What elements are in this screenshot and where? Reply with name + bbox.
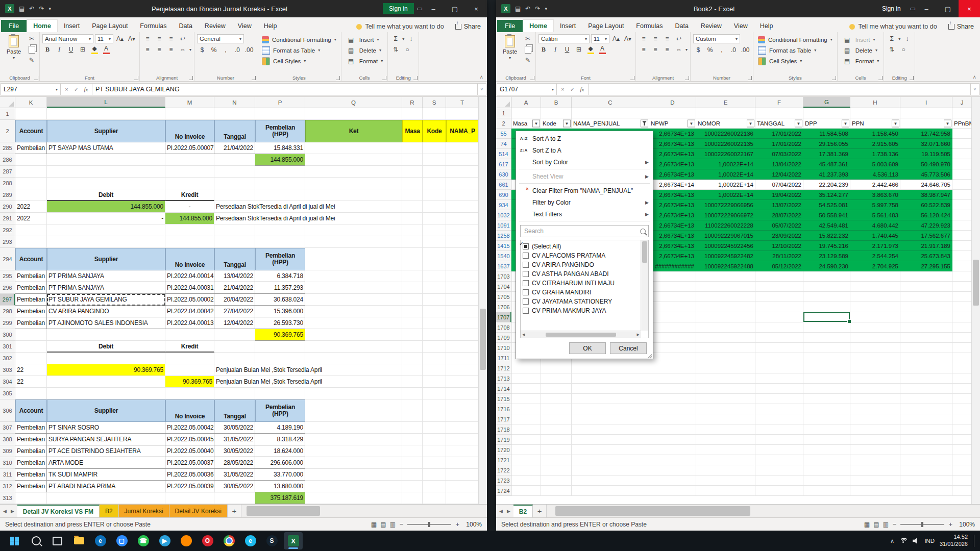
underline-button[interactable]: U <box>66 45 76 54</box>
cell-L1[interactable] <box>47 108 165 120</box>
file-explorer-taskbar-icon[interactable] <box>69 532 88 549</box>
cell-E1708[interactable] <box>696 322 755 333</box>
cell-J934[interactable] <box>952 200 972 210</box>
cell-M313[interactable] <box>165 492 214 504</box>
cell-A1718[interactable] <box>511 424 541 435</box>
cell-M286[interactable] <box>165 154 214 166</box>
ribbon-tab-data[interactable]: Data <box>669 20 694 32</box>
ribbon-tab-formulas[interactable]: Formulas <box>630 20 669 32</box>
cell-R311[interactable] <box>402 469 423 481</box>
cell-G1724[interactable] <box>803 486 850 496</box>
cell-F1706[interactable] <box>755 302 803 312</box>
cell-I1032[interactable]: 56.120.424 <box>900 210 952 220</box>
cell-G74[interactable]: 29.156.055 <box>803 139 850 149</box>
cell-D934[interactable]: 2,66734E+13 <box>649 200 696 210</box>
cell-L308[interactable]: SURYA PANGAN SEJAHTERA <box>47 434 165 445</box>
cell-G630[interactable]: 41.237.393 <box>803 169 850 180</box>
cell-I1708[interactable] <box>900 322 952 333</box>
cell-N308[interactable]: 31/05/2022 <box>214 434 255 445</box>
cell-R300[interactable] <box>402 329 423 341</box>
ok-button[interactable]: OK <box>569 342 606 354</box>
cell-H1710[interactable] <box>850 343 900 353</box>
redo-icon[interactable]: ↷ <box>39 5 44 12</box>
new-sheet-button[interactable]: + <box>228 505 241 517</box>
cell-Q286[interactable] <box>305 154 402 166</box>
cell-F1258[interactable]: 23/09/2022 <box>755 231 803 241</box>
cancel-entry-icon[interactable]: × <box>62 86 71 92</box>
row-header-1415[interactable]: 1415 <box>496 241 511 251</box>
cell-M300[interactable] <box>165 329 214 341</box>
cell-T300[interactable] <box>446 329 479 341</box>
cell-K297[interactable]: Pembelian <box>15 294 47 306</box>
cell-H1716[interactable] <box>850 404 900 414</box>
filter-dropdown-button-E[interactable]: ▼ <box>747 119 754 127</box>
vertical-scrollbar-thumb[interactable] <box>973 260 979 306</box>
autosum-dropdown-icon[interactable]: ▾ <box>402 37 404 41</box>
cell-Q303[interactable]: Penjualan Bulan Mei ,Stok Tersedia April <box>214 364 402 376</box>
enter-entry-icon[interactable]: ✓ <box>71 86 81 93</box>
cell-F1709[interactable] <box>755 333 803 343</box>
cell-S288[interactable] <box>423 178 446 189</box>
cell-T295[interactable] <box>446 270 479 282</box>
cell-L2[interactable]: Supplier <box>47 120 165 142</box>
cell-G1723[interactable] <box>803 475 850 486</box>
cell-G1704[interactable] <box>803 282 850 292</box>
undo-icon[interactable]: ↶ <box>29 5 34 12</box>
filter-list-item[interactable]: CV CITRAHARUM INTI MAJU <box>523 279 641 288</box>
cell-J1719[interactable] <box>952 435 972 445</box>
autosum-button[interactable]: Σ <box>390 34 401 43</box>
cell-T291[interactable] <box>446 213 479 224</box>
fill-button[interactable]: ↓ <box>406 34 416 43</box>
cell-N300[interactable] <box>214 329 255 341</box>
row-header-1708[interactable]: 1708 <box>496 322 511 333</box>
cell-J661[interactable] <box>952 180 972 190</box>
qat-dropdown-icon[interactable]: ▾ <box>545 6 547 11</box>
row-header-313[interactable]: 313 <box>0 492 15 504</box>
fill-color-button[interactable]: ◆ <box>585 45 596 54</box>
column-header-M[interactable]: M <box>165 97 214 108</box>
cell-Q310[interactable] <box>305 457 402 469</box>
cell-T293[interactable] <box>446 236 479 248</box>
cell-G934[interactable]: 54.525.081 <box>803 200 850 210</box>
cell-H1711[interactable] <box>850 353 900 363</box>
cell-M293[interactable] <box>165 236 214 248</box>
styles-dialog-launcher-icon[interactable] <box>832 76 836 80</box>
cell-H661[interactable]: 2.442.466 <box>850 180 900 190</box>
insert-function-icon[interactable]: fx <box>577 86 587 92</box>
borders-button[interactable]: ⊞ <box>574 45 584 54</box>
collapse-ribbon-button[interactable]: ˄ <box>480 74 483 80</box>
cell-E1091[interactable]: 110022260022228 <box>696 220 755 231</box>
cell-J514[interactable] <box>952 149 972 159</box>
cell-Q305[interactable] <box>305 388 402 399</box>
cell-H1708[interactable] <box>850 322 900 333</box>
row-header-55[interactable]: 55 <box>496 129 511 139</box>
cell-I617[interactable]: 50.490.970 <box>900 159 952 169</box>
column-header-L[interactable]: L <box>47 97 165 108</box>
merge-center-button[interactable]: ⇔ <box>178 45 188 54</box>
cell-B1720[interactable] <box>541 445 572 455</box>
row-header-290[interactable]: 290 <box>0 201 15 213</box>
filter-list-item[interactable]: CV ASTHA PANGAN ABADI <box>523 269 641 279</box>
cell-N287[interactable] <box>214 166 255 178</box>
cell-M287[interactable] <box>165 166 214 178</box>
row-header-934[interactable]: 934 <box>496 200 511 210</box>
row-header-690[interactable]: 690 <box>496 190 511 200</box>
cell-A1723[interactable] <box>511 475 541 486</box>
cell-J1723[interactable] <box>952 475 972 486</box>
number-format-select[interactable]: General▾ <box>197 34 244 43</box>
vertical-scrollbar[interactable] <box>478 97 487 504</box>
cell-P285[interactable]: 15.848.331 <box>255 142 305 154</box>
row-header-1720[interactable]: 1720 <box>496 445 511 455</box>
filter-search-input[interactable] <box>523 227 640 235</box>
cell-G1713[interactable] <box>803 373 850 384</box>
cell-M294[interactable]: No Invoice <box>165 248 214 270</box>
cell-I1[interactable] <box>900 108 952 118</box>
cell-H1721[interactable] <box>850 455 900 465</box>
copy-button[interactable] <box>523 45 533 54</box>
cell-H1703[interactable] <box>850 271 900 282</box>
cell-G1711[interactable] <box>803 353 850 363</box>
cell-F934[interactable]: 13/07/2022 <box>755 200 803 210</box>
cell-G1[interactable] <box>803 108 850 118</box>
start-taskbar-icon[interactable] <box>5 532 24 549</box>
zoom-slider[interactable] <box>900 524 944 525</box>
